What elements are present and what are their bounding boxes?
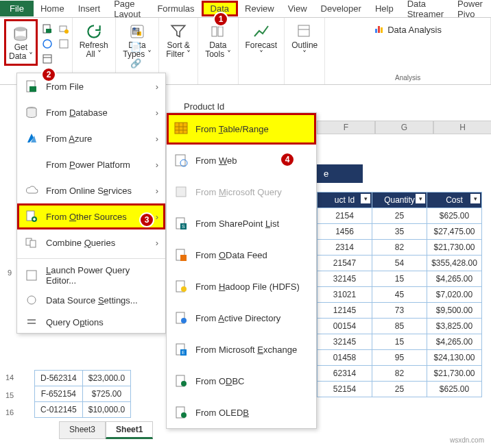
from-text-csv-icon[interactable] <box>40 22 54 36</box>
data-analysis-button[interactable]: Data Analysis <box>370 19 446 40</box>
menu-launch-pqe[interactable]: Launch Power Query Editor... <box>17 262 165 289</box>
svg-point-0 <box>15 27 27 32</box>
menu-combine-queries[interactable]: Combine Queries › <box>17 229 165 256</box>
table-row[interactable]: 0145895$24,130.00 <box>318 350 482 366</box>
tab-developer[interactable]: Developer <box>314 1 368 16</box>
tab-home[interactable]: Home <box>34 1 71 16</box>
table-row[interactable]: F-652154$725.00 <box>35 386 131 402</box>
svg-rect-43 <box>180 255 187 261</box>
submenu-from-odata[interactable]: From OData Feed <box>167 239 316 271</box>
table-row[interactable]: 5215425$625.00 <box>318 382 482 397</box>
th-product-id[interactable]: uct Id▾ <box>318 192 372 208</box>
submenu-from-oledb[interactable]: From OLEDB <box>167 397 316 428</box>
refresh-all-button[interactable]: Refresh All ˅ <box>77 19 111 62</box>
existing-connections-icon[interactable] <box>57 37 71 51</box>
file-icon <box>24 79 39 94</box>
table-row[interactable]: 145635$27,475.00 <box>318 224 482 240</box>
th-cost[interactable]: Cost▾ <box>427 192 482 208</box>
data-analysis-label: Data Analysis <box>387 25 442 35</box>
filter-icon[interactable]: ▾ <box>361 194 370 203</box>
submenu-label: From Hadoop File (HDFS) <box>195 282 300 292</box>
row-header[interactable]: 15 <box>5 391 14 409</box>
row-headers: 9 14 15 16 <box>5 269 14 426</box>
submenu-label: From OData Feed <box>195 250 267 260</box>
properties-icon[interactable]: 📄 <box>129 40 143 53</box>
table-row[interactable]: 3214515$4,265.00 <box>318 271 482 287</box>
menu-from-azure[interactable]: From Azure › <box>17 125 165 151</box>
tab-view[interactable]: View <box>281 1 314 16</box>
svg-rect-17 <box>375 29 377 33</box>
menu-query-options[interactable]: Query Options <box>17 311 165 333</box>
forecast-button[interactable]: Forecast ˅ <box>243 19 280 62</box>
row-header[interactable]: 9 <box>5 269 14 286</box>
table-row[interactable]: 1214573$9,500.00 <box>318 303 482 319</box>
submenu-from-ad[interactable]: From Active Directory <box>167 302 316 334</box>
menu-from-database[interactable]: From Database › <box>17 99 165 125</box>
svg-rect-18 <box>378 26 380 33</box>
menu-from-online-services[interactable]: From Online Services › <box>17 177 165 203</box>
submenu-label: From Table/Range <box>195 124 269 134</box>
tab-insert[interactable]: Insert <box>71 1 108 16</box>
svg-rect-21 <box>29 86 36 92</box>
submenu-from-odbc[interactable]: From ODBC <box>167 365 316 397</box>
table-row[interactable]: 6231482$21,730.00 <box>318 366 482 382</box>
tab-formulas[interactable]: Formulas <box>150 1 201 16</box>
col-header-g[interactable]: G <box>375 121 433 134</box>
outline-button[interactable]: Outline ˅ <box>289 19 320 62</box>
sheet-tab-sheet1[interactable]: Sheet1 <box>106 421 153 439</box>
menu-label: Combine Queries <box>46 238 115 248</box>
svg-text:E: E <box>182 350 185 355</box>
refresh-icon <box>84 22 104 41</box>
odbc-icon <box>173 373 189 388</box>
menu-from-file[interactable]: From File › <box>17 73 165 99</box>
submenu-label: From SharePoint List <box>195 219 279 229</box>
table-row[interactable]: 231482$21,730.00 <box>318 240 482 256</box>
svg-rect-14 <box>218 27 223 36</box>
get-data-button[interactable]: Get Data ˅ <box>4 19 38 66</box>
table-row[interactable]: 3102145$7,020.00 <box>318 287 482 303</box>
filter-icon[interactable]: ▾ <box>470 194 480 203</box>
submenu-from-table-range[interactable]: From Table/Range <box>167 113 316 145</box>
row-header[interactable]: 16 <box>5 408 14 426</box>
file-tab[interactable]: File <box>0 1 34 16</box>
recent-sources-icon[interactable] <box>57 22 71 36</box>
th-quantity[interactable]: Quantity▾ <box>372 192 427 208</box>
menu-label: From Online Services <box>46 186 132 196</box>
col-header-f[interactable]: F <box>317 121 375 134</box>
table-row[interactable]: D-562314$23,000.0 <box>35 371 131 386</box>
ribbon-tabs: File Home Insert Page Layout Formulas Da… <box>0 0 491 18</box>
submenu-from-exchange[interactable]: E From Microsoft Exchange <box>167 334 316 365</box>
tab-review[interactable]: Review <box>238 1 281 16</box>
submenu-from-sharepoint[interactable]: S From SharePoint List <box>167 208 316 239</box>
from-web-icon[interactable] <box>40 37 54 51</box>
svg-point-28 <box>27 296 36 304</box>
edit-links-icon[interactable]: 🔗 <box>129 56 143 70</box>
menu-data-source-settings[interactable]: Data Source Settings... <box>17 289 165 311</box>
menu-from-power-platform[interactable]: From Power Platform › <box>17 151 165 177</box>
refresh-label-2: All ˅ <box>86 50 101 59</box>
group-analysis: Data Analysis Analysis <box>325 18 491 84</box>
table-row[interactable]: 0015485$3,825.00 <box>318 319 482 334</box>
sort-filter-button[interactable]: Sort & Filter ˅ <box>163 19 193 62</box>
options-icon <box>24 314 39 329</box>
table-row[interactable]: 2154754$355,428.00 <box>318 256 482 271</box>
svg-rect-30 <box>27 323 36 324</box>
table-row[interactable]: 215425$625.00 <box>318 208 482 224</box>
table-row[interactable]: 3214515$4,265.00 <box>318 334 482 350</box>
table-row[interactable]: C-012145$10,000.0 <box>35 402 131 418</box>
watermark: wsxdn.com <box>450 436 484 444</box>
filter-icon[interactable]: ▾ <box>416 194 425 203</box>
svg-point-4 <box>43 40 51 48</box>
marker-3: 3 <box>139 212 154 227</box>
odata-icon <box>173 247 189 262</box>
submenu-label: From ODBC <box>195 376 245 386</box>
col-header-h[interactable]: H <box>433 121 491 134</box>
svg-point-47 <box>181 318 187 323</box>
tab-help[interactable]: Help <box>368 1 400 16</box>
row-header[interactable]: 14 <box>5 373 14 391</box>
from-table-icon[interactable] <box>40 52 54 66</box>
svg-point-8 <box>64 29 69 34</box>
submenu-from-hadoop[interactable]: From Hadoop File (HDFS) <box>167 271 316 302</box>
sheet-tab-sheet3[interactable]: Sheet3 <box>59 421 106 439</box>
queries-icon[interactable]: ▤ <box>129 23 143 37</box>
